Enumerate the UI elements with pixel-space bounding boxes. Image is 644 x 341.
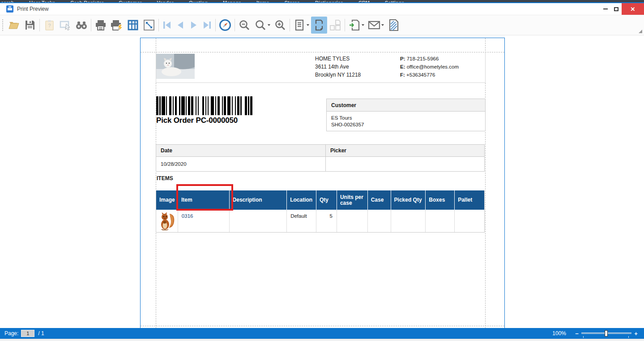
date-picker-table: Date Picker 10/28/2020 (156, 144, 485, 172)
first-page-button[interactable] (160, 17, 174, 34)
menu-item[interactable]: earch (1, 0, 14, 2)
page-layout-button[interactable] (291, 17, 307, 34)
titlebar: Print Preview ✕ (0, 3, 644, 15)
scale-button[interactable] (141, 17, 157, 34)
page-setup-button[interactable] (125, 17, 141, 34)
menu-item[interactable]: Customer (119, 0, 141, 2)
watermark-button[interactable] (386, 17, 402, 34)
menu-item[interactable]: Items (256, 0, 269, 2)
send-email-button[interactable] (366, 17, 382, 34)
zoom-in-button[interactable] (272, 17, 288, 34)
watermark-icon (388, 19, 400, 31)
company-address-line1: 3611 14th Ave (315, 63, 361, 71)
menu-item[interactable]: Settings (385, 0, 404, 2)
items-table-row: 0316 Default 5 (156, 210, 484, 232)
company-address-block: HOME TYLES 3611 14th Ave Brooklyn NY 112… (315, 55, 361, 79)
maximize-button[interactable] (611, 3, 622, 15)
preview-area[interactable]: HOME TYLES 3611 14th Ave Brooklyn NY 112… (0, 35, 644, 328)
zoom-slider[interactable] (581, 330, 631, 337)
picker-value (326, 157, 484, 171)
toolbar-separator (215, 19, 216, 31)
toolbar-overflow-grip[interactable] (639, 30, 642, 33)
phone-value: 718-215-5966 (407, 56, 439, 61)
page-number-input[interactable]: 1 (21, 330, 34, 337)
col-header-description: Description (230, 190, 287, 210)
zoom-slider-thumb[interactable] (605, 330, 608, 337)
toolbar-grip[interactable] (2, 19, 4, 31)
continuous-pages-icon (313, 18, 325, 32)
menu-item[interactable]: Quoting (189, 0, 208, 2)
item-units-per-case-cell (337, 210, 368, 232)
continuous-page-view-button[interactable] (311, 17, 327, 34)
statusbar: Page: 1 / 1 100% − + (0, 328, 644, 339)
menu-item[interactable]: Cash Register (70, 0, 103, 2)
select-tool-button[interactable] (57, 17, 73, 34)
email-envelope-icon (368, 19, 380, 31)
zoom-out-icon (239, 19, 250, 31)
toolbar-separator (235, 19, 235, 31)
menu-item[interactable]: Vendor (157, 0, 174, 2)
email-dropdown-caret[interactable] (381, 24, 384, 26)
zoom-slider-minus[interactable]: − (574, 330, 580, 337)
menu-item[interactable]: Manage (223, 0, 241, 2)
fax-label: F: (400, 72, 405, 78)
squirrel-product-image (159, 211, 175, 231)
item-picked-qty-cell (391, 210, 426, 232)
minimize-button[interactable] (600, 3, 611, 15)
print-preview-app-icon (6, 5, 13, 13)
find-button[interactable] (73, 17, 90, 34)
export-document-button[interactable] (346, 17, 363, 34)
previous-page-button[interactable] (174, 17, 187, 34)
col-header-boxes: Boxes (426, 190, 455, 210)
close-button[interactable]: ✕ (622, 3, 644, 15)
binoculars-icon (75, 19, 88, 31)
email-value: office@hometyles.com (407, 64, 459, 69)
email-label: E: (400, 64, 405, 69)
printer-icon (95, 19, 107, 31)
customer-panel: Customer ES Tours SHO-0026357 (326, 99, 486, 131)
menu-item[interactable]: User Tasks (29, 0, 55, 2)
page-label: Page: (4, 330, 18, 337)
item-image-cell (156, 210, 178, 232)
pointer-select-icon (59, 19, 72, 31)
customer-panel-header: Customer (327, 99, 485, 112)
zoom-percentage: 100% (552, 330, 566, 337)
print-preview-window: earch User Tasks Cash Register Customer … (0, 0, 644, 341)
zoom-slider-plus[interactable]: + (633, 330, 639, 337)
next-page-button[interactable] (187, 17, 200, 34)
zoom-out-button[interactable] (236, 17, 252, 34)
item-description-cell (230, 210, 287, 232)
company-logo-photo (156, 54, 195, 79)
clipboard-question-icon: ? (44, 19, 55, 31)
zoom-dropdown-button[interactable] (252, 17, 269, 34)
toolbar-separator (158, 19, 159, 31)
zoom-dropdown-caret[interactable] (268, 24, 270, 26)
export-document-icon (349, 19, 360, 31)
facing-pages-view-button[interactable] (327, 17, 343, 34)
document-properties-button[interactable]: ? (41, 17, 57, 34)
page-layout-caret[interactable] (307, 24, 309, 26)
last-page-button[interactable] (200, 17, 214, 34)
export-dropdown-caret[interactable] (362, 24, 364, 26)
scale-icon (143, 19, 155, 31)
hand-tool-button[interactable] (217, 17, 233, 34)
print-button[interactable] (93, 17, 109, 34)
customer-code: SHO-0026357 (331, 121, 481, 128)
quick-print-button[interactable] (109, 17, 125, 34)
toolbar-separator (39, 19, 40, 31)
previous-page-icon (175, 20, 185, 30)
menu-item[interactable]: Stores (285, 0, 300, 2)
order-barcode (156, 96, 254, 115)
menu-item[interactable]: CRM (358, 0, 370, 2)
save-floppy-icon (24, 19, 36, 31)
page-total: / 1 (38, 330, 44, 337)
svg-text:?: ? (48, 23, 51, 28)
page-setup-grid-icon (127, 19, 139, 31)
open-document-button[interactable] (6, 17, 22, 34)
menu-item[interactable]: Dictionaries (315, 0, 343, 2)
item-pallet-cell (455, 210, 484, 232)
items-section-label: ITEMS (157, 175, 173, 181)
save-document-button[interactable] (22, 17, 38, 34)
item-boxes-cell (426, 210, 455, 232)
col-header-case: Case (368, 190, 391, 210)
